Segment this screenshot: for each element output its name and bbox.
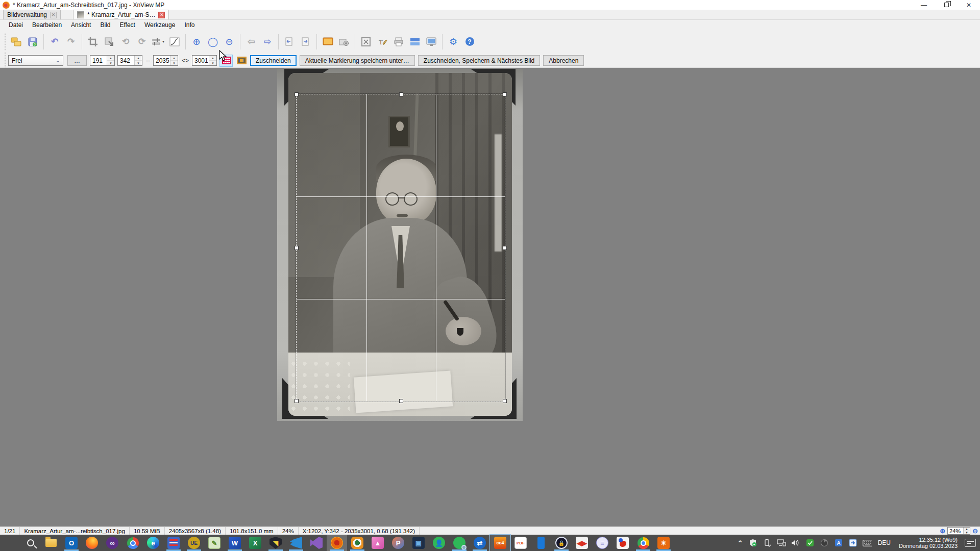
taskbar-pdf24[interactable]: PDF	[510, 535, 531, 551]
browser-view-icon[interactable]	[425, 34, 438, 49]
save-icon[interactable]: ?	[26, 34, 39, 49]
taskbar-screenpresso[interactable]: ☀	[653, 535, 674, 551]
text-tool-icon[interactable]: T	[376, 34, 389, 49]
print-icon[interactable]	[392, 34, 405, 49]
volume-icon[interactable]	[791, 538, 800, 547]
next-image-icon[interactable]: ⇨	[261, 34, 274, 49]
cropbar-grip[interactable]	[4, 52, 6, 69]
menu-werkzeuge[interactable]: Werkzeuge	[140, 20, 180, 30]
page-last-icon[interactable]	[299, 34, 312, 49]
rotate-left-icon[interactable]: ⟲	[119, 34, 132, 49]
taskbar-xnview[interactable]	[327, 535, 347, 551]
blue-arrow-tray-icon[interactable]	[848, 538, 857, 547]
fit-window-icon[interactable]	[359, 34, 373, 49]
taskbar-excel[interactable]: X	[245, 535, 265, 551]
taskbar-clock[interactable]: 12:35:12 (Wo9) Donnerstag 02.03.2023	[897, 537, 960, 549]
crop-apply-button[interactable]: Zuschneiden	[250, 55, 297, 66]
taskbar-p-aperture-app[interactable]: P	[388, 535, 408, 551]
save-selection-button[interactable]: Aktuelle Markierung speichern unter…	[300, 55, 415, 66]
taskbar-layers-app[interactable]: ≡	[592, 535, 612, 551]
crop-handle-se[interactable]	[503, 399, 507, 403]
start-button[interactable]	[0, 535, 20, 551]
crop-height-spinner[interactable]: ▲▼	[192, 55, 217, 66]
tab-close-icon[interactable]: ✕	[50, 12, 57, 18]
taskbar-total-commander[interactable]	[163, 535, 184, 551]
cancel-button[interactable]: Abbrechen	[543, 55, 584, 66]
menu-effect[interactable]: Effect	[115, 20, 139, 30]
close-button[interactable]: ✕	[958, 0, 980, 10]
tray-overflow-chevron[interactable]: ⌃	[738, 539, 743, 547]
adjust-icon[interactable]: ▾	[152, 34, 165, 49]
blue-a-tray-icon[interactable]: A	[834, 538, 843, 547]
adjust-dropdown-caret[interactable]: ▾	[162, 39, 164, 44]
fullscreen-icon[interactable]	[321, 34, 334, 49]
crop-width-spinner[interactable]: ▲▼	[153, 55, 178, 66]
tab-close-icon[interactable]: ✕	[158, 12, 165, 18]
taskbar-chrome[interactable]	[122, 535, 143, 551]
page-first-icon[interactable]	[283, 34, 296, 49]
taskbar-teamviewer[interactable]: ⇄	[470, 535, 490, 551]
taskbar-green-person-app[interactable]: 👤	[429, 535, 449, 551]
menu-info[interactable]: Info	[180, 20, 199, 30]
zoom-level-spinner[interactable]: ▲▼	[947, 527, 970, 535]
taskbar-search[interactable]	[20, 535, 41, 551]
settings-icon[interactable]: ⚙	[447, 34, 460, 49]
taskbar-paint-app[interactable]	[612, 535, 633, 551]
crop-handle-w[interactable]	[295, 246, 299, 250]
crop-x-spinner[interactable]: ▲▼	[90, 55, 115, 66]
menu-ansicht[interactable]: Ansicht	[66, 20, 95, 30]
taskbar-your-phone[interactable]	[531, 535, 551, 551]
taskbar-outlook[interactable]: O	[61, 535, 82, 551]
taskbar-arrows-app[interactable]: ◀▶	[572, 535, 592, 551]
taskbar-xnconvert[interactable]	[347, 535, 368, 551]
taskbar-teamviewer-search[interactable]	[449, 535, 470, 551]
spinner-arrows[interactable]: ▲▼	[134, 56, 142, 65]
restore-button[interactable]	[935, 0, 958, 10]
spinner-arrows[interactable]: ▲▼	[963, 528, 970, 534]
zoom-in-icon[interactable]: ⊕	[190, 34, 203, 49]
crop-handle-e[interactable]	[503, 246, 507, 250]
crop-handle-n[interactable]	[399, 92, 403, 96]
zoom-actual-icon[interactable]: ◯	[206, 34, 219, 49]
crop-to-selection-button[interactable]	[235, 55, 248, 67]
menu-datei[interactable]: Datei	[4, 20, 28, 30]
taskbar-camera-app[interactable]: ▣	[408, 535, 429, 551]
taskbar-chromium[interactable]	[633, 535, 653, 551]
security-shield-icon[interactable]	[748, 538, 757, 547]
taskbar-purple-app[interactable]: ∞	[102, 535, 122, 551]
taskbar-cc4[interactable]: cc4	[490, 535, 510, 551]
taskbar-notepadpp[interactable]: ✎	[204, 535, 225, 551]
taskbar-shield-app[interactable]: ◥	[265, 535, 286, 551]
taskbar-explorer[interactable]	[41, 535, 61, 551]
crop-more-button[interactable]: …	[67, 55, 87, 66]
taskbar-edge[interactable]: e	[143, 535, 163, 551]
crop-y-input[interactable]	[118, 56, 134, 65]
crop-y-spinner[interactable]: ▲▼	[117, 55, 142, 66]
tab-image-editor[interactable]: * Kramarz_Artur_am-S… ✕	[73, 10, 169, 19]
taskbar-firefox[interactable]	[82, 535, 102, 551]
panel-icon[interactable]	[408, 34, 422, 49]
spinner-arrows[interactable]: ▲▼	[170, 56, 178, 65]
taskbar-keepass[interactable]: 🔒	[551, 535, 572, 551]
zoom-out-status-icon[interactable]: ⊖	[972, 527, 978, 535]
notification-center-icon[interactable]	[965, 539, 976, 547]
redo-icon[interactable]: ↷	[64, 34, 78, 49]
menu-bearbeiten[interactable]: Bearbeiten	[28, 20, 66, 30]
curves-icon[interactable]	[168, 34, 181, 49]
crop-handle-s[interactable]	[399, 399, 403, 403]
dark-swirl-tray-icon[interactable]	[820, 538, 829, 547]
resize-icon[interactable]	[103, 34, 116, 49]
keyboard-tray-icon[interactable]	[863, 538, 872, 547]
crop-handle-sw[interactable]	[295, 399, 299, 403]
taskbar-ultraedit[interactable]: UE	[184, 535, 204, 551]
rotate-right-icon[interactable]: ⟳	[135, 34, 149, 49]
zoom-in-status-icon[interactable]: ⊕	[940, 527, 945, 535]
toolbar-grip[interactable]	[4, 33, 6, 51]
previous-image-icon[interactable]: ⇦	[244, 34, 258, 49]
browse-icon[interactable]	[10, 34, 23, 49]
taskbar-vscode[interactable]	[286, 535, 306, 551]
zoom-out-icon[interactable]: ⊖	[223, 34, 236, 49]
crop-width-input[interactable]	[154, 56, 170, 65]
crop-handle-nw[interactable]	[295, 92, 299, 96]
image-canvas[interactable]	[0, 68, 980, 527]
